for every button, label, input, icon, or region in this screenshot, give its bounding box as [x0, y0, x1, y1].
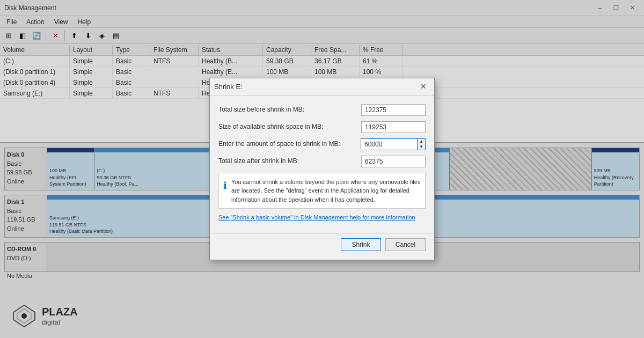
label-amount-to-shrink: Enter the amount of space to shrink in M…	[218, 140, 361, 149]
dialog-title: Shrink E:	[214, 83, 243, 91]
shrink-button[interactable]: Shrink	[341, 238, 381, 251]
spinner-buttons: ▲ ▼	[417, 138, 426, 150]
label-total-after: Total size after shrink in MB:	[218, 157, 361, 166]
input-total-after	[361, 156, 426, 167]
input-available-shrink	[361, 121, 426, 133]
dialog-close-button[interactable]: ✕	[417, 81, 430, 92]
label-total-before: Total size before shrink in MB:	[218, 106, 361, 114]
shrink-dialog: Shrink E: ✕ Total size before shrink in …	[209, 78, 435, 261]
info-box: ℹ You cannot shrink a volume beyond the …	[218, 173, 426, 209]
field-available-shrink: Size of available shrink space in MB:	[218, 121, 426, 133]
dialog-body: Total size before shrink in MB: Size of …	[210, 95, 434, 232]
input-total-before	[361, 104, 426, 116]
info-text: You cannot shrink a volume beyond the po…	[231, 178, 421, 204]
spinner-down[interactable]: ▼	[418, 144, 425, 150]
dialog-title-bar: Shrink E: ✕	[210, 78, 434, 95]
field-amount-to-shrink: Enter the amount of space to shrink in M…	[218, 138, 426, 150]
modal-overlay: Shrink E: ✕ Total size before shrink in …	[0, 0, 644, 338]
field-total-before: Total size before shrink in MB:	[218, 104, 426, 116]
spinner-up[interactable]: ▲	[418, 139, 425, 144]
label-available-shrink: Size of available shrink space in MB:	[218, 123, 361, 131]
shrink-amount-spinner[interactable]: ▲ ▼	[361, 138, 426, 150]
info-icon: ℹ	[223, 179, 227, 204]
shrink-amount-input[interactable]	[361, 138, 417, 150]
help-link[interactable]: See "Shrink a basic volume" in Disk Mana…	[218, 214, 426, 221]
dialog-footer: Shrink Cancel	[210, 233, 434, 260]
field-total-after: Total size after shrink in MB:	[218, 156, 426, 167]
cancel-button[interactable]: Cancel	[385, 238, 426, 251]
